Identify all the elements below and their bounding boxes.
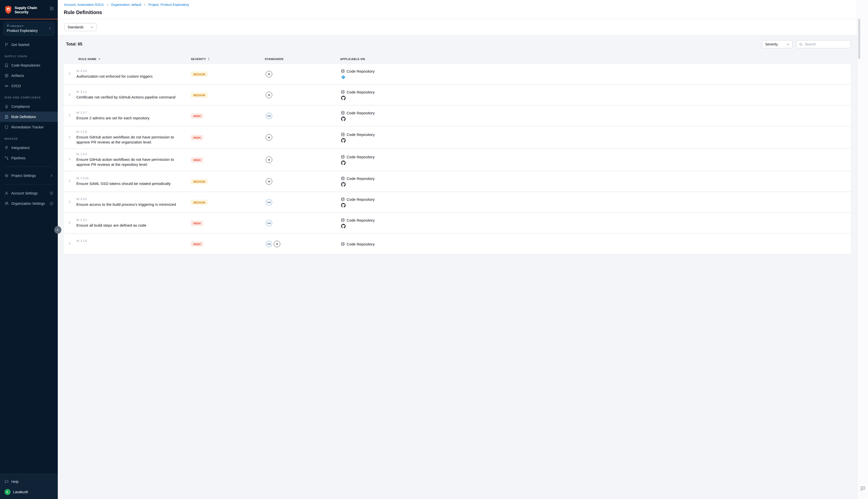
sidebar-item-project-settings[interactable]: Project Settings <box>0 170 58 181</box>
repo-icon <box>4 63 9 67</box>
sidebar-item-account-settings[interactable]: Account Settings <box>0 188 58 198</box>
sidebar-item-compliance[interactable]: Compliance <box>0 101 58 112</box>
rule-name <box>76 244 187 249</box>
breadcrumb-separator-icon <box>144 3 146 6</box>
nav-section-risk-and-compliance: RISK AND COMPLIANCE <box>0 91 58 101</box>
airplane-standard-icon: ✈ <box>266 134 272 141</box>
rule-id: Id: 1.1.9 <box>76 239 187 242</box>
github-icon <box>341 96 434 100</box>
applicable-on-label: Code Repository <box>347 90 375 94</box>
applicable-on-label: Code Repository <box>347 69 375 73</box>
sidebar-item-get-started[interactable]: Get Started <box>0 39 58 50</box>
expand-chevron-icon[interactable] <box>68 200 71 205</box>
severity-badge: HIGH <box>191 135 203 140</box>
sidebar-item-integrations[interactable]: Integrations <box>0 143 58 153</box>
rule-row[interactable]: Id: 1.2.9 Ensure GitHub action workflows… <box>64 149 434 171</box>
plug-icon <box>4 146 9 150</box>
applicable-on-cell: Code Repository <box>339 111 434 121</box>
sidebar-item-rule-definitions[interactable]: Rule Definitions <box>0 112 58 122</box>
sidebar-item-artifacts[interactable]: Artifacts <box>0 70 58 81</box>
breadcrumb-link-account-automation-ssca[interactable]: Account: Automation-SSCA <box>64 3 104 7</box>
rule-row[interactable]: Id: 1.3.10 Ensure SAML SSO tokens should… <box>64 171 434 192</box>
sidebar-item-pipelines[interactable]: Pipelines <box>0 153 58 163</box>
standards-dropdown[interactable]: Standards <box>64 23 97 31</box>
rule-row[interactable]: Id: 2.3.5 Ensure access to the build pro… <box>64 192 434 212</box>
breadcrumb-link-organization-default[interactable]: Organization: default <box>111 3 141 7</box>
main-area: Account: Automation-SSCAOrganization: de… <box>58 0 434 250</box>
sort-descending-icon[interactable] <box>98 57 101 61</box>
app-logo-icon[interactable] <box>4 5 12 14</box>
info-icon <box>50 192 53 195</box>
person-icon <box>4 191 9 195</box>
column-severity[interactable]: SEVERITY <box>191 58 206 61</box>
applicable-on-cell: Code Repository <box>339 218 434 228</box>
sidebar-item-remediation-tracker[interactable]: Remediation Tracker <box>0 122 58 132</box>
standards-cell: CIS✈ <box>264 241 339 247</box>
rules-icon <box>4 115 9 119</box>
rules-table-body: Id: 2.3.9 Authorization not enforced for… <box>64 64 434 250</box>
rule-id: Id: 2.1.2 <box>76 90 187 93</box>
rule-row[interactable]: Id: 1.2.8 Ensure GitHub action workflows… <box>64 126 434 148</box>
rule-id: Id: 2.3.9 <box>76 69 187 72</box>
sort-both-icon[interactable] <box>207 57 210 61</box>
sidebar-item-ci-cd[interactable]: CI/CD <box>0 81 58 91</box>
column-rule-name[interactable]: RULE NAME <box>78 58 97 61</box>
applicable-on-label: Code Repository <box>347 155 375 159</box>
rule-row[interactable]: Id: 2.3.1 Ensure all build steps are def… <box>64 213 434 233</box>
rule-row[interactable]: Id: 2.3.9 Authorization not enforced for… <box>64 64 434 84</box>
expand-chevron-icon[interactable] <box>68 93 71 97</box>
rules-content: Total: 65 Severity RULE NAME SEVERITY <box>58 35 434 250</box>
standards-cell: ✈ <box>264 157 339 163</box>
expand-chevron-icon[interactable] <box>68 135 71 140</box>
sidebar-nav: Get Started SUPPLY CHAIN Code Repositori… <box>0 39 58 250</box>
expand-chevron-icon[interactable] <box>68 221 71 226</box>
expand-chevron-icon[interactable] <box>68 113 71 118</box>
standards-cell: ✈ <box>264 178 339 185</box>
azure-icon: </> <box>341 75 434 80</box>
severity-badge: HIGH <box>191 242 203 247</box>
code-repository-icon <box>341 218 345 222</box>
column-applicable-on: APPLICABLE ON <box>340 58 365 61</box>
app-switcher-grid-icon[interactable] <box>50 7 54 12</box>
severity-badge: MEDIUM <box>191 179 208 184</box>
project-icon <box>7 24 9 27</box>
applicable-on-label: Code Repository <box>347 218 375 222</box>
rule-row[interactable]: Id: 2.1.2 Certificate not verified by Gi… <box>64 85 434 105</box>
rule-name: Ensure all build steps are defined as co… <box>76 223 187 228</box>
github-icon <box>341 203 434 208</box>
airplane-standard-icon: ✈ <box>266 178 272 185</box>
breadcrumb-link-project-product-exploratory[interactable]: Project: Product Exploratory <box>148 3 189 7</box>
rule-name: Ensure SAML SSO tokens should be rotated… <box>76 181 187 186</box>
standards-cell: ✈ <box>264 92 339 98</box>
nav-section-supply-chain: SUPPLY CHAIN <box>0 50 58 60</box>
rule-id: Id: 2.3.1 <box>76 218 187 221</box>
cis-standard-icon: CIS <box>266 241 272 247</box>
project-selector[interactable]: PROJECT Product Exploratory <box>3 22 54 35</box>
rule-row[interactable]: Id: 1.1.9 HIGH CIS✈ Code Repository <box>64 234 434 250</box>
expand-chevron-icon[interactable] <box>68 242 71 246</box>
expand-chevron-icon[interactable] <box>68 158 71 162</box>
github-icon <box>341 182 434 187</box>
severity-badge: HIGH <box>191 221 203 226</box>
expand-chevron-icon[interactable] <box>68 72 71 76</box>
breadcrumb-separator-icon <box>106 3 109 6</box>
github-icon <box>341 160 434 165</box>
nav-divider <box>4 167 53 167</box>
sidebar-collapse-button[interactable] <box>54 226 61 234</box>
applicable-on-label: Code Repository <box>347 111 375 115</box>
rule-id: Id: 1.2.9 <box>76 153 187 156</box>
severity-badge: HIGH <box>191 157 203 162</box>
applicable-on-label: Code Repository <box>347 197 375 202</box>
page-header: Account: Automation-SSCAOrganization: de… <box>58 0 434 19</box>
expand-chevron-icon[interactable] <box>68 179 71 184</box>
standards-cell: CIS <box>264 199 339 206</box>
rule-row[interactable]: Id: 1.3.7 Ensure 2 admins are set for ea… <box>64 106 434 126</box>
chevron-right-icon <box>48 26 51 31</box>
sidebar-item-code-repositories[interactable]: Code Repositories <box>0 60 58 70</box>
chevron-right-icon <box>50 174 53 178</box>
airplane-standard-icon: ✈ <box>266 157 272 163</box>
cis-standard-icon: CIS <box>266 220 272 227</box>
package-icon <box>4 74 9 78</box>
sidebar-item-organization-settings[interactable]: Organization Settings <box>0 198 58 208</box>
standards-cell: ✈ <box>264 134 339 141</box>
